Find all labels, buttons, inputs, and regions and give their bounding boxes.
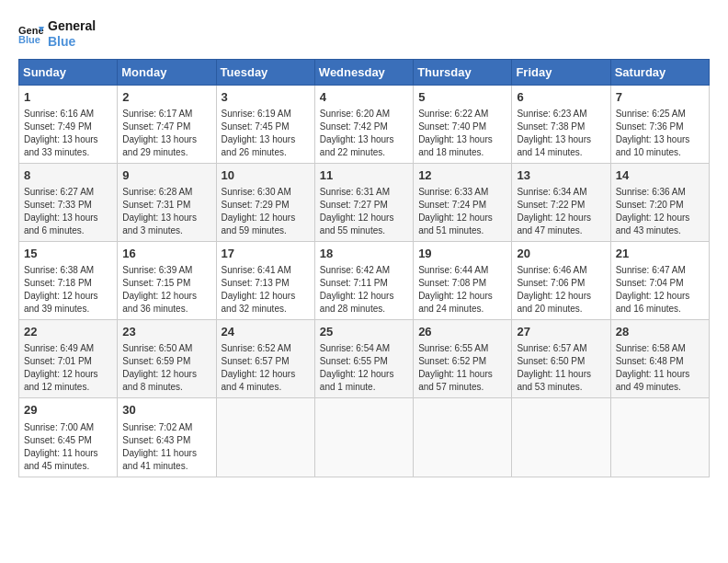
calendar-week-row: 15Sunrise: 6:38 AM Sunset: 7:18 PM Dayli…: [19, 241, 710, 319]
calendar-cell: 18Sunrise: 6:42 AM Sunset: 7:11 PM Dayli…: [314, 241, 413, 319]
day-number: 28: [616, 324, 704, 340]
day-info: Sunrise: 6:50 AM Sunset: 6:59 PM Dayligh…: [122, 342, 210, 394]
calendar-cell: 25Sunrise: 6:54 AM Sunset: 6:55 PM Dayli…: [314, 320, 413, 398]
calendar-cell: 16Sunrise: 6:39 AM Sunset: 7:15 PM Dayli…: [118, 241, 216, 319]
day-info: Sunrise: 6:49 AM Sunset: 7:01 PM Dayligh…: [24, 342, 112, 394]
day-number: 30: [122, 402, 210, 419]
day-info: Sunrise: 6:55 AM Sunset: 6:52 PM Dayligh…: [418, 342, 506, 394]
calendar-cell: 24Sunrise: 6:52 AM Sunset: 6:57 PM Dayli…: [216, 320, 314, 398]
calendar-cell: 7Sunrise: 6:25 AM Sunset: 7:36 PM Daylig…: [610, 85, 709, 163]
day-info: Sunrise: 7:00 AM Sunset: 6:45 PM Dayligh…: [24, 421, 112, 473]
calendar-table: SundayMondayTuesdayWednesdayThursdayFrid…: [18, 59, 710, 477]
day-number: 25: [320, 324, 408, 340]
calendar-cell: 26Sunrise: 6:55 AM Sunset: 6:52 PM Dayli…: [414, 320, 512, 398]
day-number: 10: [222, 167, 310, 184]
calendar-cell: [216, 398, 314, 477]
calendar-week-row: 8Sunrise: 6:27 AM Sunset: 7:33 PM Daylig…: [19, 163, 710, 241]
day-info: Sunrise: 6:19 AM Sunset: 7:45 PM Dayligh…: [222, 108, 310, 159]
calendar-week-row: 1Sunrise: 6:16 AM Sunset: 7:49 PM Daylig…: [19, 85, 710, 163]
col-header-thursday: Thursday: [414, 59, 512, 85]
calendar-cell: 10Sunrise: 6:30 AM Sunset: 7:29 PM Dayli…: [216, 163, 314, 241]
calendar-cell: 28Sunrise: 6:58 AM Sunset: 6:48 PM Dayli…: [610, 320, 709, 398]
day-number: 15: [24, 246, 112, 262]
col-header-tuesday: Tuesday: [216, 59, 314, 85]
calendar-cell: 13Sunrise: 6:34 AM Sunset: 7:22 PM Dayli…: [512, 163, 610, 241]
col-header-monday: Monday: [118, 59, 216, 85]
day-number: 29: [24, 402, 112, 419]
calendar-cell: 8Sunrise: 6:27 AM Sunset: 7:33 PM Daylig…: [19, 163, 118, 241]
day-info: Sunrise: 6:36 AM Sunset: 7:20 PM Dayligh…: [616, 186, 704, 237]
day-number: 4: [320, 89, 408, 106]
calendar-cell: 2Sunrise: 6:17 AM Sunset: 7:47 PM Daylig…: [118, 85, 216, 163]
logo-blue: Blue: [48, 34, 75, 49]
day-number: 9: [122, 167, 210, 184]
col-header-saturday: Saturday: [610, 59, 709, 85]
day-number: 1: [24, 89, 112, 106]
day-info: Sunrise: 6:58 AM Sunset: 6:48 PM Dayligh…: [616, 342, 704, 394]
calendar-cell: 1Sunrise: 6:16 AM Sunset: 7:49 PM Daylig…: [19, 85, 118, 163]
day-info: Sunrise: 6:25 AM Sunset: 7:36 PM Dayligh…: [616, 108, 704, 159]
calendar-cell: 9Sunrise: 6:28 AM Sunset: 7:31 PM Daylig…: [118, 163, 216, 241]
day-info: Sunrise: 7:02 AM Sunset: 6:43 PM Dayligh…: [122, 421, 210, 473]
day-info: Sunrise: 6:52 AM Sunset: 6:57 PM Dayligh…: [222, 342, 310, 394]
calendar-cell: 3Sunrise: 6:19 AM Sunset: 7:45 PM Daylig…: [216, 85, 314, 163]
logo-icon: General Blue: [18, 23, 44, 45]
day-number: 16: [122, 246, 210, 262]
calendar-cell: 30Sunrise: 7:02 AM Sunset: 6:43 PM Dayli…: [118, 398, 216, 477]
calendar-cell: [512, 398, 610, 477]
day-info: Sunrise: 6:47 AM Sunset: 7:04 PM Dayligh…: [616, 264, 704, 316]
calendar-cell: 4Sunrise: 6:20 AM Sunset: 7:42 PM Daylig…: [314, 85, 413, 163]
day-number: 12: [418, 167, 506, 184]
day-number: 3: [222, 89, 310, 106]
day-number: 6: [517, 89, 605, 106]
calendar-cell: 14Sunrise: 6:36 AM Sunset: 7:20 PM Dayli…: [610, 163, 709, 241]
day-number: 14: [616, 167, 704, 184]
calendar-cell: 17Sunrise: 6:41 AM Sunset: 7:13 PM Dayli…: [216, 241, 314, 319]
day-number: 2: [122, 89, 210, 106]
day-number: 11: [320, 167, 408, 184]
calendar-cell: 6Sunrise: 6:23 AM Sunset: 7:38 PM Daylig…: [512, 85, 610, 163]
calendar-cell: 29Sunrise: 7:00 AM Sunset: 6:45 PM Dayli…: [19, 398, 118, 477]
logo-general: General: [48, 18, 96, 33]
day-info: Sunrise: 6:16 AM Sunset: 7:49 PM Dayligh…: [24, 108, 112, 159]
calendar-cell: [314, 398, 413, 477]
col-header-wednesday: Wednesday: [314, 59, 413, 85]
day-number: 13: [517, 167, 605, 184]
svg-text:Blue: Blue: [18, 34, 40, 45]
day-number: 22: [24, 324, 112, 340]
calendar-cell: 27Sunrise: 6:57 AM Sunset: 6:50 PM Dayli…: [512, 320, 610, 398]
day-number: 20: [517, 246, 605, 262]
calendar-week-row: 22Sunrise: 6:49 AM Sunset: 7:01 PM Dayli…: [19, 320, 710, 398]
calendar-cell: 19Sunrise: 6:44 AM Sunset: 7:08 PM Dayli…: [414, 241, 512, 319]
calendar-cell: 5Sunrise: 6:22 AM Sunset: 7:40 PM Daylig…: [414, 85, 512, 163]
calendar-header-row: SundayMondayTuesdayWednesdayThursdayFrid…: [19, 59, 710, 85]
day-info: Sunrise: 6:46 AM Sunset: 7:06 PM Dayligh…: [517, 264, 605, 316]
day-number: 5: [418, 89, 506, 106]
day-info: Sunrise: 6:22 AM Sunset: 7:40 PM Dayligh…: [418, 108, 506, 159]
day-info: Sunrise: 6:17 AM Sunset: 7:47 PM Dayligh…: [122, 108, 210, 159]
day-info: Sunrise: 6:27 AM Sunset: 7:33 PM Dayligh…: [24, 186, 112, 237]
calendar-cell: 12Sunrise: 6:33 AM Sunset: 7:24 PM Dayli…: [414, 163, 512, 241]
page-header: General Blue General Blue: [18, 18, 710, 50]
calendar-cell: [610, 398, 709, 477]
day-number: 21: [616, 246, 704, 262]
day-number: 26: [418, 324, 506, 340]
day-info: Sunrise: 6:57 AM Sunset: 6:50 PM Dayligh…: [517, 342, 605, 394]
calendar-cell: 22Sunrise: 6:49 AM Sunset: 7:01 PM Dayli…: [19, 320, 118, 398]
day-number: 23: [122, 324, 210, 340]
day-number: 19: [418, 246, 506, 262]
day-info: Sunrise: 6:44 AM Sunset: 7:08 PM Dayligh…: [418, 264, 506, 316]
day-info: Sunrise: 6:34 AM Sunset: 7:22 PM Dayligh…: [517, 186, 605, 237]
day-number: 7: [616, 89, 704, 106]
day-number: 17: [222, 246, 310, 262]
day-info: Sunrise: 6:20 AM Sunset: 7:42 PM Dayligh…: [320, 108, 408, 159]
day-info: Sunrise: 6:23 AM Sunset: 7:38 PM Dayligh…: [517, 108, 605, 159]
day-info: Sunrise: 6:33 AM Sunset: 7:24 PM Dayligh…: [418, 186, 506, 237]
day-number: 27: [517, 324, 605, 340]
calendar-cell: 15Sunrise: 6:38 AM Sunset: 7:18 PM Dayli…: [19, 241, 118, 319]
calendar-cell: 21Sunrise: 6:47 AM Sunset: 7:04 PM Dayli…: [610, 241, 709, 319]
calendar-cell: 23Sunrise: 6:50 AM Sunset: 6:59 PM Dayli…: [118, 320, 216, 398]
logo: General Blue General Blue: [18, 18, 96, 50]
day-info: Sunrise: 6:54 AM Sunset: 6:55 PM Dayligh…: [320, 342, 408, 394]
day-info: Sunrise: 6:39 AM Sunset: 7:15 PM Dayligh…: [122, 264, 210, 316]
